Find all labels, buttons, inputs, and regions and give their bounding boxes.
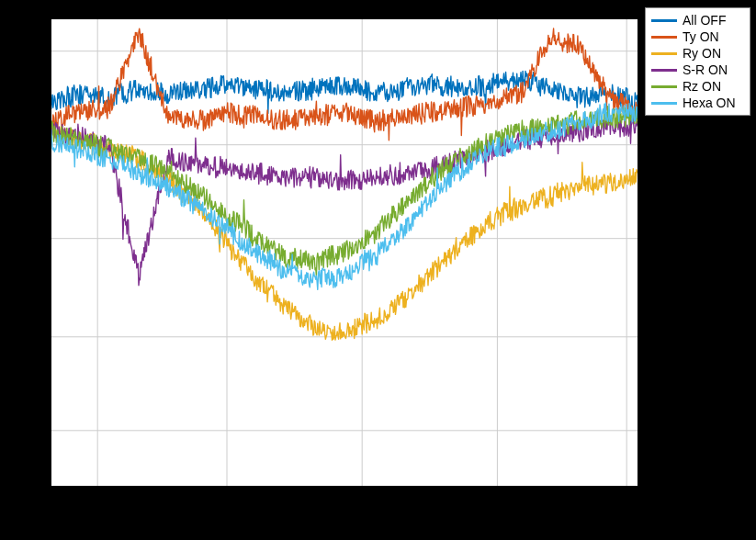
legend-swatch-rz-on: [651, 85, 677, 88]
legend-swatch-hexa-on: [651, 102, 677, 105]
legend-row: All OFF: [651, 12, 744, 28]
legend-label: Ty ON: [683, 29, 719, 44]
legend-label: All OFF: [683, 13, 726, 28]
chart-svg: [51, 18, 638, 487]
legend-row: Ty ON: [651, 28, 744, 45]
legend-row: Hexa ON: [651, 95, 744, 111]
plot-area: [51, 18, 638, 487]
legend-swatch-sr-on: [651, 69, 677, 72]
legend-swatch-all-off: [651, 19, 677, 22]
legend-label: Ry ON: [683, 46, 721, 61]
legend-swatch-ry-on: [651, 52, 677, 55]
legend: All OFF Ty ON Ry ON S-R ON Rz ON Hexa ON: [645, 7, 750, 116]
legend-label: Hexa ON: [683, 96, 736, 110]
legend-swatch-ty-on: [651, 36, 677, 39]
legend-row: Rz ON: [651, 78, 744, 95]
legend-label: Rz ON: [683, 79, 721, 94]
legend-label: S-R ON: [683, 62, 728, 77]
legend-row: Ry ON: [651, 45, 744, 62]
legend-row: S-R ON: [651, 62, 744, 78]
